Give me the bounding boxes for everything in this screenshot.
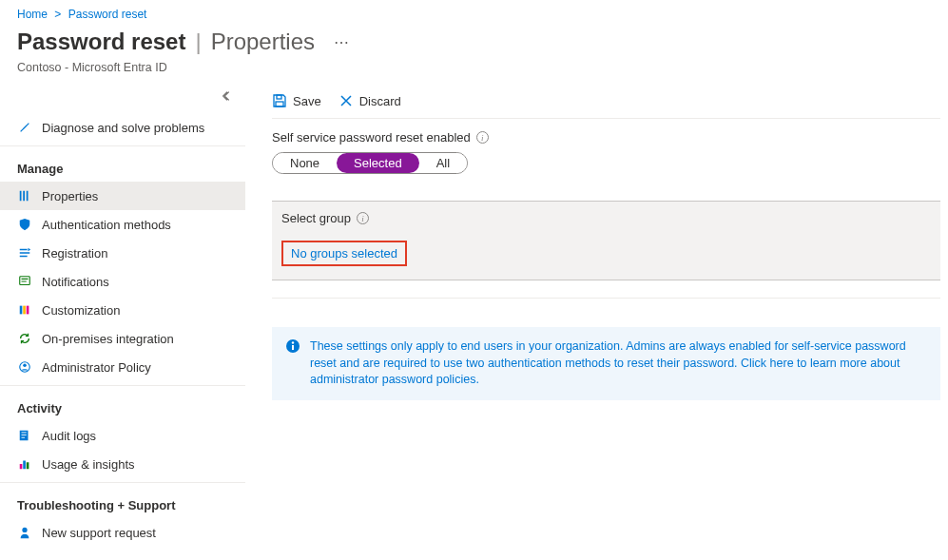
breadcrumb-current[interactable]: Password reset: [68, 8, 147, 21]
save-button[interactable]: Save: [272, 93, 321, 108]
svg-rect-6: [27, 306, 29, 315]
sidebar-item-label: Registration: [42, 246, 107, 261]
collapse-sidebar-button[interactable]: [0, 86, 245, 113]
sidebar-item-label: Diagnose and solve problems: [42, 121, 204, 135]
select-group-label: Select group: [281, 211, 351, 225]
discard-label: Discard: [359, 94, 401, 108]
sidebar-section-manage: Manage: [0, 152, 245, 182]
svg-rect-12: [22, 437, 26, 438]
chevron-right-icon: >: [54, 8, 61, 21]
page-header: Password reset | Properties ⋯: [0, 25, 948, 61]
svg-rect-2: [27, 191, 29, 202]
sspr-label-row: Self service password reset enabled i: [272, 130, 940, 145]
select-group-label-row: Select group i: [281, 211, 931, 225]
sidebar-item-properties[interactable]: Properties: [0, 182, 245, 210]
sidebar-item-label: Customization: [42, 303, 120, 318]
no-groups-selected-link[interactable]: No groups selected: [281, 241, 407, 266]
title-divider: |: [195, 29, 201, 55]
divider: [0, 145, 245, 146]
sidebar-section-troubleshoot: Troubleshooting + Support: [0, 489, 245, 518]
sidebar-item-usage[interactable]: Usage & insights: [0, 450, 245, 478]
svg-rect-5: [23, 306, 26, 315]
properties-icon: [17, 188, 32, 203]
breadcrumb-home[interactable]: Home: [17, 8, 48, 21]
sspr-option-none[interactable]: None: [273, 153, 337, 173]
discard-button[interactable]: Discard: [339, 93, 401, 108]
info-icon[interactable]: i: [357, 212, 369, 224]
close-icon: [339, 93, 354, 108]
svg-rect-10: [22, 433, 27, 434]
sidebar-item-label: Administrator Policy: [42, 360, 151, 375]
breadcrumb: Home > Password reset: [0, 0, 948, 25]
tenant-label: Contoso - Microsoft Entra ID: [0, 61, 948, 86]
divider: [272, 298, 940, 299]
svg-point-21: [292, 341, 294, 343]
svg-rect-4: [20, 306, 23, 315]
page-subtitle: Properties: [211, 29, 315, 55]
sidebar-item-customization[interactable]: Customization: [0, 296, 245, 324]
divider: [272, 118, 940, 119]
sspr-label: Self service password reset enabled: [272, 130, 471, 145]
notifications-icon: [17, 274, 32, 289]
sidebar-item-support[interactable]: New support request: [0, 518, 245, 547]
chart-icon: [17, 456, 32, 472]
sidebar-item-notifications[interactable]: Notifications: [0, 267, 245, 296]
svg-rect-15: [27, 462, 29, 469]
sidebar-item-label: Properties: [42, 189, 98, 203]
sidebar-item-diagnose[interactable]: Diagnose and solve problems: [0, 113, 245, 142]
svg-rect-1: [23, 191, 25, 202]
info-icon[interactable]: i: [476, 131, 489, 144]
sidebar-section-activity: Activity: [0, 392, 245, 421]
svg-rect-0: [20, 191, 22, 202]
sidebar-item-registration[interactable]: Registration: [0, 239, 245, 267]
logs-icon: [17, 428, 32, 443]
divider: [0, 482, 245, 483]
registration-icon: [17, 245, 32, 261]
sspr-option-all[interactable]: All: [419, 153, 467, 173]
info-banner-text: These settings only apply to end users i…: [310, 338, 927, 389]
sidebar-item-audit-logs[interactable]: Audit logs: [0, 421, 245, 450]
svg-rect-3: [20, 277, 30, 285]
save-icon: [272, 93, 287, 108]
svg-rect-20: [292, 345, 294, 350]
main-content: Save Discard Self service password reset…: [245, 86, 948, 560]
info-banner[interactable]: These settings only apply to end users i…: [272, 327, 940, 400]
sidebar-item-label: Notifications: [42, 275, 109, 289]
sidebar-item-auth-methods[interactable]: Authentication methods: [0, 210, 245, 239]
svg-rect-17: [277, 95, 281, 99]
sidebar-item-label: Usage & insights: [42, 457, 135, 472]
svg-rect-14: [23, 461, 26, 470]
customization-icon: [17, 302, 32, 318]
sidebar-item-admin-policy[interactable]: Administrator Policy: [0, 353, 245, 381]
toolbar: Save Discard: [272, 86, 940, 118]
select-group-panel: Select group i No groups selected: [272, 201, 940, 280]
sidebar-item-label: On-premises integration: [42, 332, 174, 346]
sspr-option-selected[interactable]: Selected: [337, 153, 419, 173]
svg-point-8: [23, 364, 27, 368]
admin-icon: [17, 359, 32, 375]
sspr-toggle-group: None Selected All: [272, 152, 468, 174]
svg-rect-18: [276, 102, 283, 106]
page-title: Password reset: [17, 29, 185, 55]
diagnose-icon: [17, 120, 32, 135]
more-menu-button[interactable]: ⋯: [334, 33, 349, 51]
sidebar-item-label: Authentication methods: [42, 218, 171, 232]
svg-point-16: [22, 528, 27, 532]
svg-rect-11: [22, 434, 27, 435]
info-icon: [285, 338, 300, 354]
svg-rect-13: [20, 464, 23, 469]
sidebar-item-label: Audit logs: [42, 429, 96, 443]
sidebar: Diagnose and solve problems Manage Prope…: [0, 86, 245, 560]
sidebar-item-on-premises[interactable]: On-premises integration: [0, 324, 245, 353]
sidebar-item-label: New support request: [42, 526, 156, 540]
shield-icon: [17, 217, 32, 232]
save-label: Save: [293, 94, 321, 108]
support-icon: [17, 525, 32, 540]
sync-icon: [17, 331, 32, 346]
divider: [0, 385, 245, 386]
